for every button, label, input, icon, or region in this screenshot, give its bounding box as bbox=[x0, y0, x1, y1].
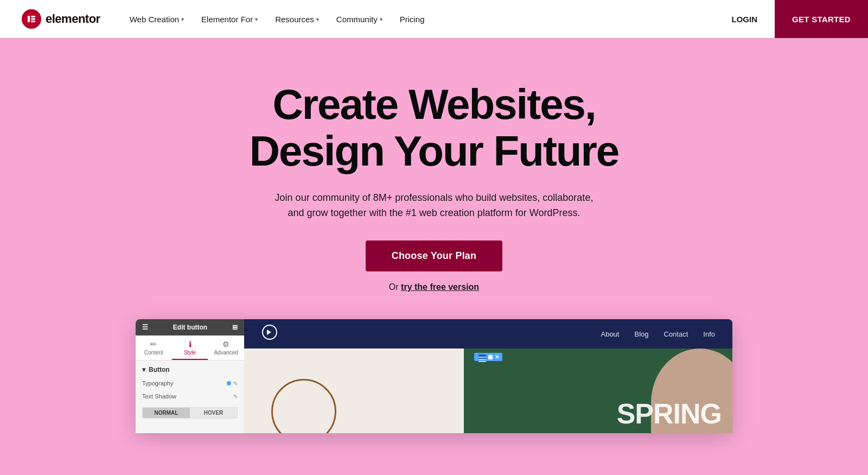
canvas-right: SPRING bbox=[464, 349, 732, 433]
style-icon: ℹ bbox=[174, 340, 206, 349]
panel-title: Edit button bbox=[173, 324, 207, 331]
hover-tab[interactable]: HOVER bbox=[190, 408, 237, 418]
svg-rect-5 bbox=[478, 357, 486, 358]
color-dot bbox=[227, 381, 231, 385]
field-icons-2: ✎ bbox=[233, 394, 238, 400]
editor-canvas: SPRING ✕ bbox=[244, 349, 732, 433]
svg-rect-6 bbox=[478, 359, 486, 360]
chevron-down-icon: ▾ bbox=[255, 16, 258, 22]
canvas-nav-links: About Blog Contact Info bbox=[601, 330, 715, 338]
tab-content[interactable]: ✏ Content bbox=[136, 335, 172, 360]
svg-rect-2 bbox=[31, 18, 35, 20]
free-version-text: Or try the free version bbox=[22, 282, 846, 292]
nav-web-creation[interactable]: Web Creation ▾ bbox=[122, 10, 192, 28]
svg-rect-7 bbox=[478, 361, 486, 362]
editor-preview: ☰ Edit button ⊞ ✏ Content ℹ Style ⚙ Adva… bbox=[136, 319, 732, 433]
field-icons: ✎ bbox=[227, 381, 238, 387]
edit-icon-2: ✎ bbox=[233, 394, 238, 400]
canvas-navbar: About Blog Contact Info bbox=[244, 319, 732, 349]
nav-resources[interactable]: Resources ▾ bbox=[267, 10, 327, 28]
editor-tabs: ✏ Content ℹ Style ⚙ Advanced bbox=[136, 335, 244, 360]
hamburger-icon: ☰ bbox=[142, 324, 148, 331]
grid-icon: ⊞ bbox=[232, 324, 238, 331]
drag-handle bbox=[478, 354, 486, 360]
canvas-spring-text: SPRING bbox=[617, 400, 722, 428]
canvas-nav-contact: Contact bbox=[664, 330, 688, 338]
editor-canvas-area: About Blog Contact Info SPRING bbox=[244, 319, 732, 433]
nav-links: Web Creation ▾ Elementor For ▾ Resources… bbox=[122, 10, 723, 28]
navbar: elementor Web Creation ▾ Elementor For ▾… bbox=[0, 0, 868, 38]
canvas-nav-blog: Blog bbox=[634, 330, 648, 338]
logo-icon bbox=[22, 9, 41, 29]
editor-panel-header: ☰ Edit button ⊞ bbox=[136, 319, 244, 335]
canvas-circle-decoration bbox=[271, 379, 336, 433]
hero-title: Create Websites, Design Your Future bbox=[190, 81, 678, 175]
canvas-nav-logo bbox=[261, 324, 278, 344]
hero-section: Create Websites, Design Your Future Join… bbox=[0, 38, 868, 455]
free-version-link[interactable]: try the free version bbox=[401, 282, 479, 292]
normal-hover-tabs: NORMAL HOVER bbox=[142, 407, 238, 419]
tab-advanced[interactable]: ⚙ Advanced bbox=[208, 335, 244, 360]
canvas-nav-about: About bbox=[601, 330, 619, 338]
canvas-background: SPRING bbox=[244, 349, 732, 433]
chevron-down-icon: ▾ bbox=[316, 16, 319, 22]
section-arrow-icon: ▾ bbox=[142, 366, 145, 373]
nav-right: LOGIN GET STARTED bbox=[723, 0, 846, 38]
choose-plan-button[interactable]: Choose Your Plan bbox=[366, 240, 503, 271]
button-section-title: ▾ Button bbox=[136, 360, 244, 377]
nav-elementor-for[interactable]: Elementor For ▾ bbox=[194, 10, 265, 28]
login-button[interactable]: LOGIN bbox=[723, 10, 766, 28]
get-started-button[interactable]: GET STARTED bbox=[775, 0, 868, 38]
hero-subtitle: Join our community of 8M+ professionals … bbox=[266, 190, 602, 221]
svg-rect-1 bbox=[31, 16, 35, 17]
logo[interactable]: elementor bbox=[22, 9, 100, 29]
typography-field: Typography ✎ bbox=[136, 377, 244, 390]
editor-left-panel: ☰ Edit button ⊞ ✏ Content ℹ Style ⚙ Adva… bbox=[136, 319, 244, 433]
gear-icon: ⚙ bbox=[210, 340, 242, 349]
edit-icon: ✎ bbox=[233, 381, 238, 387]
nav-pricing[interactable]: Pricing bbox=[392, 10, 432, 28]
logo-text: elementor bbox=[46, 12, 100, 26]
chevron-down-icon: ▾ bbox=[380, 16, 382, 22]
svg-rect-0 bbox=[28, 16, 30, 22]
close-selection-icon[interactable]: ✕ bbox=[495, 354, 499, 360]
editor-selection-indicator: ✕ bbox=[474, 353, 502, 361]
tab-style[interactable]: ℹ Style bbox=[172, 335, 208, 360]
nav-community[interactable]: Community ▾ bbox=[329, 10, 390, 28]
canvas-nav-info: Info bbox=[703, 330, 715, 338]
svg-rect-3 bbox=[31, 21, 35, 22]
selection-handle bbox=[488, 355, 493, 359]
text-shadow-field: Text Shadow ✎ bbox=[136, 390, 244, 403]
content-icon: ✏ bbox=[138, 340, 170, 349]
normal-tab[interactable]: NORMAL bbox=[143, 408, 190, 418]
canvas-left bbox=[244, 349, 464, 433]
chevron-down-icon: ▾ bbox=[181, 16, 184, 22]
